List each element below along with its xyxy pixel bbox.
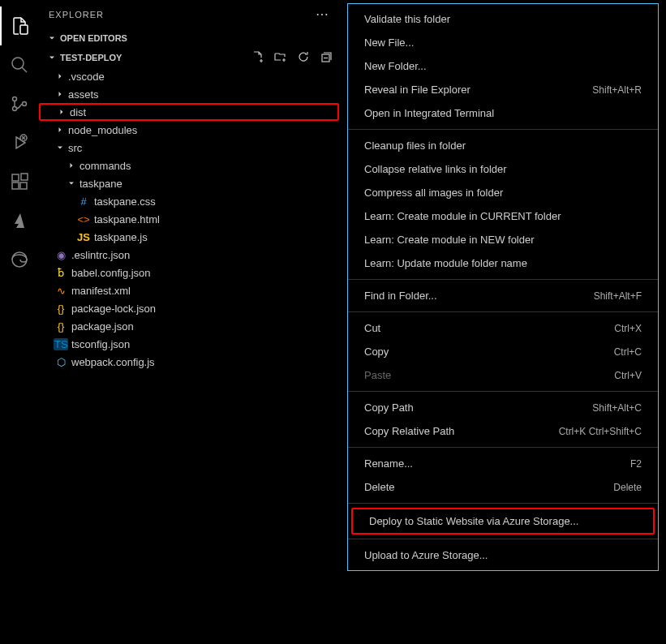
xml-file-icon: ∿ [54,285,68,297]
svg-point-3 [13,97,17,101]
run-debug-icon[interactable] [0,123,39,162]
menu-new-folder[interactable]: New Folder... [348,54,658,78]
folder-dist[interactable]: dist [39,103,339,121]
chevron-down-icon [54,141,67,154]
new-file-icon[interactable] [251,50,264,66]
menu-cleanup-files[interactable]: Cleanup files in folder [348,134,658,157]
new-folder-icon[interactable] [274,50,287,66]
svg-line-2 [22,67,27,72]
html-file-icon: <> [76,213,91,225]
svg-rect-9 [12,182,19,189]
menu-copy-path[interactable]: Copy PathShift+Alt+C [348,396,658,419]
chevron-right-icon [54,88,67,101]
context-menu: Validate this folder New File... New Fol… [347,3,659,571]
eslint-file-icon: ◉ [54,249,68,261]
refresh-icon[interactable] [297,50,310,66]
js-file-icon: JS [76,231,91,243]
menu-separator [348,447,658,448]
menu-validate-folder[interactable]: Validate this folder [348,7,658,31]
azure-icon[interactable] [0,201,39,240]
svg-rect-10 [20,182,27,189]
file-package-json[interactable]: {} package.json [39,317,339,335]
menu-copy[interactable]: CopyCtrl+C [348,340,658,363]
babel-file-icon: ƀ [54,267,68,279]
menu-separator [348,279,658,280]
folder-src[interactable]: src [39,139,339,157]
chevron-down-icon [45,51,58,64]
chevron-down-icon [45,32,58,45]
menu-learn-current[interactable]: Learn: Create module in CURRENT folder [348,204,658,228]
css-file-icon: # [76,195,91,208]
menu-reveal-explorer[interactable]: Reveal in File ExplorerShift+Alt+R [348,78,658,101]
file-manifest-xml[interactable]: ∿ manifest.xml [39,281,339,299]
menu-compress-images[interactable]: Compress all images in folder [348,181,658,204]
json-file-icon: {} [54,303,68,315]
search-icon[interactable] [0,45,39,84]
extensions-icon[interactable] [0,162,39,201]
svg-rect-11 [21,174,28,180]
project-label: TEST-DEPLOY [60,53,122,62]
menu-separator [348,129,658,130]
svg-rect-0 [20,25,28,34]
project-section[interactable]: TEST-DEPLOY [39,48,128,67]
webpack-file-icon: ⬡ [54,356,68,368]
explorer-sidebar: EXPLORER ⋯ OPEN EDITORS TEST-DEPLOY .vsc… [39,0,339,644]
menu-rename[interactable]: Rename...F2 [348,452,658,475]
menu-collapse-links[interactable]: Collapse relative links in folder [348,157,658,181]
source-control-icon[interactable] [0,84,39,123]
chevron-right-icon [55,105,68,118]
menu-learn-new[interactable]: Learn: Create module in NEW folder [348,228,658,251]
open-editors-label: OPEN EDITORS [60,33,127,43]
file-babel-config[interactable]: ƀ babel.config.json [39,264,339,281]
file-taskpane-css[interactable]: # taskpane.css [39,192,339,210]
folder-vscode[interactable]: .vscode [39,67,339,85]
file-eslintrc[interactable]: ◉ .eslintrc.json [39,246,339,264]
menu-open-terminal[interactable]: Open in Integrated Terminal [348,101,658,125]
json-file-icon: {} [54,320,68,333]
folder-taskpane[interactable]: taskpane [39,174,339,192]
menu-separator [348,311,658,312]
file-taskpane-js[interactable]: JS taskpane.js [39,228,339,246]
menu-find-folder[interactable]: Find in Folder...Shift+Alt+F [348,284,658,307]
explorer-icon[interactable] [0,6,39,45]
svg-point-1 [12,58,24,69]
svg-point-4 [13,107,17,111]
menu-upload-azure[interactable]: Upload to Azure Storage... [348,543,658,567]
folder-assets[interactable]: assets [39,85,339,103]
activity-bar [0,0,39,644]
file-tree: .vscode assets dist node_modules src com… [39,67,339,371]
chevron-right-icon [65,159,78,172]
file-tsconfig[interactable]: TS tsconfig.json [39,335,339,353]
more-actions-icon[interactable]: ⋯ [316,6,329,22]
collapse-all-icon[interactable] [320,50,333,66]
file-package-lock[interactable]: {} package-lock.json [39,299,339,317]
svg-point-5 [23,102,27,106]
menu-paste: PasteCtrl+V [348,363,658,387]
menu-copy-relative-path[interactable]: Copy Relative PathCtrl+K Ctrl+Shift+C [348,419,658,443]
file-taskpane-html[interactable]: <> taskpane.html [39,210,339,228]
folder-commands[interactable]: commands [39,157,339,174]
ts-file-icon: TS [54,338,68,350]
menu-separator [348,503,658,504]
open-editors-section[interactable]: OPEN EDITORS [39,28,339,48]
menu-cut[interactable]: CutCtrl+X [348,316,658,340]
explorer-toolbar [251,50,333,66]
menu-separator [348,391,658,392]
edge-icon[interactable] [0,240,39,279]
menu-learn-update[interactable]: Learn: Update module folder name [348,251,658,275]
menu-separator [348,539,658,539]
menu-delete[interactable]: DeleteDelete [348,475,658,499]
chevron-down-icon [65,177,78,190]
file-webpack-config[interactable]: ⬡ webpack.config.js [39,353,339,371]
folder-node-modules[interactable]: node_modules [39,121,339,139]
menu-deploy-static-website[interactable]: Deploy to Static Website via Azure Stora… [351,508,655,535]
sidebar-title: EXPLORER [49,10,104,19]
menu-new-file[interactable]: New File... [348,31,658,54]
svg-rect-8 [12,174,19,181]
chevron-right-icon [54,70,67,83]
sidebar-header: EXPLORER ⋯ [39,0,339,28]
chevron-right-icon [54,123,67,136]
